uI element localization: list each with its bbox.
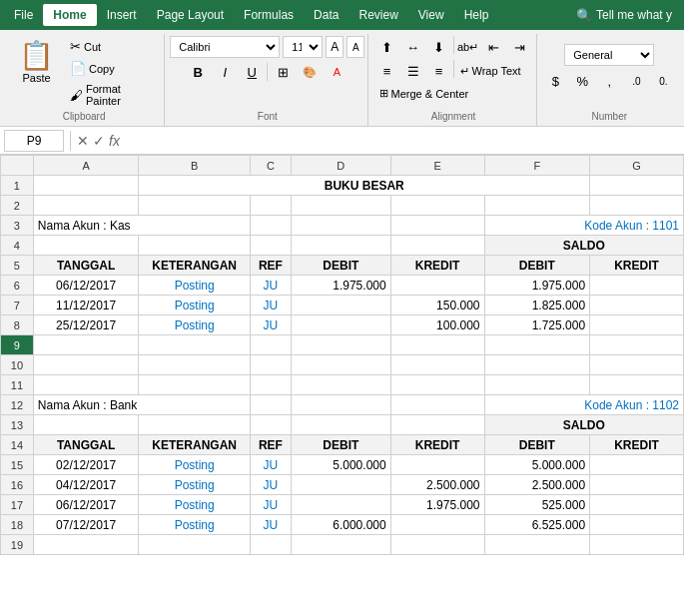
cell-a19[interactable] [33, 535, 139, 555]
cell-tanggal-h-kas[interactable]: TANGGAL [33, 256, 139, 276]
wrap-text-button[interactable]: ↵Wrap Text [456, 60, 525, 82]
cancel-formula-icon[interactable]: ✕ [77, 133, 89, 149]
cell-b7[interactable]: Posting [139, 296, 250, 315]
cell-c2[interactable] [250, 196, 291, 216]
cell-b10[interactable] [139, 355, 250, 375]
cell-e12[interactable] [390, 395, 484, 415]
menu-view[interactable]: View [408, 4, 454, 26]
cell-d11[interactable] [291, 375, 390, 395]
row-header-1[interactable]: 1 [1, 176, 34, 196]
row-header-5[interactable]: 5 [1, 256, 34, 276]
menu-page-layout[interactable]: Page Layout [147, 4, 234, 26]
cell-saldo-debit-h-bank[interactable]: DEBIT [484, 435, 590, 455]
paste-button[interactable]: 📋 Paste [12, 36, 61, 110]
align-right-button[interactable]: ≡ [427, 60, 451, 82]
cell-nama-kas[interactable]: Nama Akun : Kas [33, 216, 250, 236]
cell-f18[interactable]: 6.525.000 [484, 515, 590, 535]
insert-function-icon[interactable]: fx [109, 133, 120, 149]
cell-f7[interactable]: 1.825.000 [484, 296, 590, 315]
cell-b11[interactable] [139, 375, 250, 395]
cell-nama-bank[interactable]: Nama Akun : Bank [33, 395, 250, 415]
cell-f16[interactable]: 2.500.000 [484, 475, 590, 495]
cell-e15[interactable] [390, 455, 484, 475]
row-header-16[interactable]: 16 [1, 475, 34, 495]
cell-a4[interactable] [33, 236, 139, 256]
row-header-13[interactable]: 13 [1, 415, 34, 435]
cell-c18[interactable]: JU [250, 515, 291, 535]
cell-e17[interactable]: 1.975.000 [390, 495, 484, 515]
cell-d3[interactable] [291, 216, 390, 236]
cell-a2[interactable] [33, 196, 139, 216]
cell-kode-kas[interactable]: Kode Akun : 1101 [484, 216, 684, 236]
bold-button[interactable]: B [186, 61, 210, 83]
cell-ref-h-bank[interactable]: REF [250, 435, 291, 455]
cell-kode-bank[interactable]: Kode Akun : 1102 [484, 395, 684, 415]
cell-a18[interactable]: 07/12/2017 [33, 515, 139, 535]
cell-ref-h-kas[interactable]: REF [250, 256, 291, 276]
cell-g10[interactable] [590, 355, 684, 375]
cell-c16[interactable]: JU [250, 475, 291, 495]
row-header-8[interactable]: 8 [1, 315, 34, 335]
cell-d16[interactable] [291, 475, 390, 495]
cell-a6[interactable]: 06/12/2017 [33, 276, 139, 296]
italic-button[interactable]: I [213, 61, 237, 83]
col-header-e[interactable]: E [390, 156, 484, 176]
cell-e11[interactable] [390, 375, 484, 395]
cell-e10[interactable] [390, 355, 484, 375]
cell-a7[interactable]: 11/12/2017 [33, 296, 139, 315]
row-header-15[interactable]: 15 [1, 455, 34, 475]
cell-kredit-h-bank[interactable]: KREDIT [390, 435, 484, 455]
decimal-increase-button[interactable]: .0 [624, 70, 648, 92]
cell-a11[interactable] [33, 375, 139, 395]
row-header-11[interactable]: 11 [1, 375, 34, 395]
cell-g9[interactable] [590, 335, 684, 355]
col-header-d[interactable]: D [291, 156, 390, 176]
cell-c10[interactable] [250, 355, 291, 375]
cell-c8[interactable]: JU [250, 315, 291, 335]
row-header-14[interactable]: 14 [1, 435, 34, 455]
comma-button[interactable]: , [597, 70, 621, 92]
row-header-6[interactable]: 6 [1, 276, 34, 296]
menu-insert[interactable]: Insert [97, 4, 147, 26]
cut-button[interactable]: ✂ Cut [65, 36, 156, 57]
cell-title[interactable]: BUKU BESAR [139, 176, 590, 196]
cell-ket-h-kas[interactable]: KETERANGAN [139, 256, 250, 276]
row-header-3[interactable]: 3 [1, 216, 34, 236]
cell-c11[interactable] [250, 375, 291, 395]
cell-g11[interactable] [590, 375, 684, 395]
cell-saldo-header-kas[interactable]: SALDO [484, 236, 684, 256]
menu-review[interactable]: Review [348, 4, 407, 26]
cell-b9[interactable] [139, 335, 250, 355]
cell-c12[interactable] [250, 395, 291, 415]
cell-b6[interactable]: Posting [139, 276, 250, 296]
cell-e19[interactable] [390, 535, 484, 555]
cell-reference-input[interactable] [4, 130, 64, 152]
menu-data[interactable]: Data [304, 4, 348, 26]
cell-d4[interactable] [291, 236, 390, 256]
indent-decrease-button[interactable]: ⇤ [482, 36, 506, 58]
indent-increase-button[interactable]: ⇥ [508, 36, 532, 58]
cell-e7[interactable]: 150.000 [390, 296, 484, 315]
cell-f9[interactable] [484, 335, 590, 355]
number-format-dropdown[interactable]: General [564, 44, 654, 66]
cell-e6[interactable] [390, 276, 484, 296]
decrease-font-button[interactable]: A [346, 36, 364, 58]
cell-c6[interactable]: JU [250, 276, 291, 296]
cell-f6[interactable]: 1.975.000 [484, 276, 590, 296]
row-header-2[interactable]: 2 [1, 196, 34, 216]
col-header-a[interactable]: A [33, 156, 139, 176]
cell-g17[interactable] [590, 495, 684, 515]
menu-file[interactable]: File [4, 4, 43, 26]
merge-center-button[interactable]: ⊞Merge & Center [375, 84, 473, 103]
cell-f17[interactable]: 525.000 [484, 495, 590, 515]
cell-d18[interactable]: 6.000.000 [291, 515, 390, 535]
cell-f19[interactable] [484, 535, 590, 555]
cell-a13[interactable] [33, 415, 139, 435]
cell-saldo-debit-h-kas[interactable]: DEBIT [484, 256, 590, 276]
cell-c9[interactable] [250, 335, 291, 355]
col-header-b[interactable]: B [139, 156, 250, 176]
row-header-7[interactable]: 7 [1, 296, 34, 315]
cell-e3[interactable] [390, 216, 484, 236]
cell-debit-h-kas[interactable]: DEBIT [291, 256, 390, 276]
row-header-4[interactable]: 4 [1, 236, 34, 256]
